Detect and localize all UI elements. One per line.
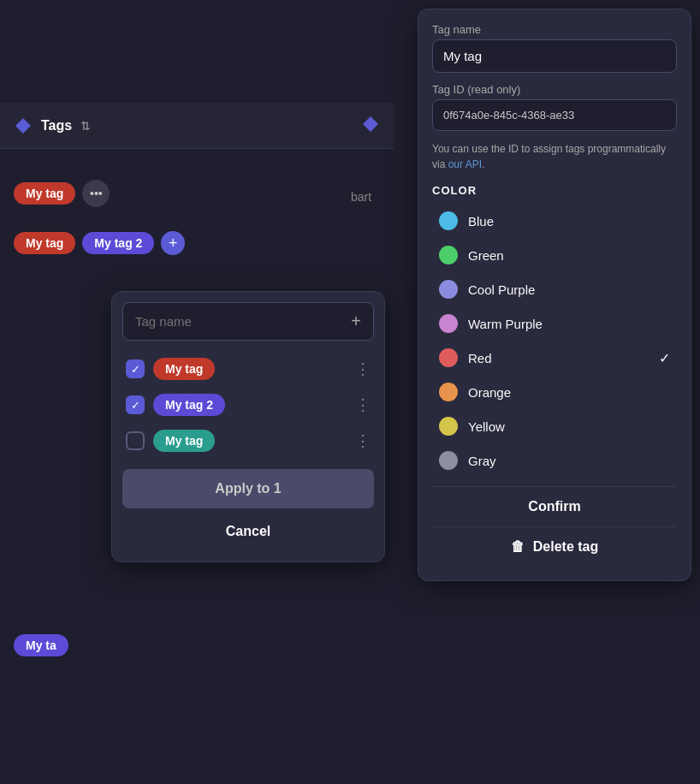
tag-item-dots-3[interactable]: ⋮ bbox=[355, 431, 371, 450]
bg-tag-bottom: My ta bbox=[14, 638, 68, 653]
color-name-yellow: Yellow bbox=[468, 419, 505, 434]
color-name-red: Red bbox=[468, 351, 492, 365]
tag-id-input bbox=[432, 99, 677, 131]
ellipsis-dots: ••• bbox=[90, 187, 103, 200]
api-hint-end: . bbox=[482, 158, 484, 170]
color-dot-blue bbox=[439, 211, 458, 230]
color-name-orange: Orange bbox=[468, 385, 511, 400]
tag-item-dots-1[interactable]: ⋮ bbox=[355, 359, 371, 378]
checkbox-3[interactable] bbox=[126, 431, 145, 450]
plus-icon: + bbox=[169, 235, 178, 252]
tag-id-field-group: Tag ID (read only) bbox=[432, 83, 677, 131]
color-item-cool-purple[interactable]: Cool Purple bbox=[432, 274, 677, 305]
checkbox-1[interactable] bbox=[126, 359, 145, 378]
tag-item-2[interactable]: My tag 2 ⋮ bbox=[122, 387, 374, 423]
color-dot-green bbox=[439, 246, 458, 264]
tag-item-dots-2[interactable]: ⋮ bbox=[355, 395, 371, 414]
tag-chip-3: My tag bbox=[153, 430, 215, 452]
tag-search-row: + bbox=[122, 302, 374, 341]
color-name-green: Green bbox=[468, 248, 504, 263]
tag-id-label: Tag ID (read only) bbox=[432, 83, 677, 96]
api-link[interactable]: our API bbox=[448, 158, 482, 170]
color-dot-yellow bbox=[439, 417, 458, 436]
add-tag-button[interactable]: + bbox=[161, 231, 185, 255]
bg-tag-chip-2: My tag bbox=[14, 232, 75, 254]
color-dot-orange bbox=[439, 383, 458, 401]
color-item-orange[interactable]: Orange bbox=[432, 377, 677, 407]
trash-icon: 🗑 bbox=[511, 539, 525, 555]
color-item-red[interactable]: Red✓ bbox=[432, 342, 677, 373]
tags-bar-title: Tags bbox=[41, 118, 72, 134]
apply-button[interactable]: Apply to 1 bbox=[122, 469, 374, 508]
checkbox-2[interactable] bbox=[126, 395, 145, 414]
color-dot-cool-purple bbox=[439, 280, 458, 299]
delete-tag-button[interactable]: 🗑 Delete tag bbox=[432, 526, 677, 567]
color-name-cool-purple: Cool Purple bbox=[468, 282, 535, 297]
color-dot-warm-purple bbox=[439, 314, 458, 333]
cancel-button[interactable]: Cancel bbox=[122, 512, 374, 551]
tag-search-input[interactable] bbox=[135, 314, 351, 329]
color-name-blue: Blue bbox=[468, 214, 494, 229]
chevron-icon: ⇅ bbox=[80, 119, 91, 133]
tag-item-1[interactable]: My tag ⋮ bbox=[122, 351, 374, 387]
tag-panel: + My tag ⋮ My tag 2 ⋮ My tag ⋮ Apply to … bbox=[111, 291, 385, 562]
confirm-button[interactable]: Confirm bbox=[432, 486, 677, 526]
color-name-gray: Gray bbox=[468, 454, 496, 468]
tags-bar: Tags ⇅ bbox=[0, 103, 394, 149]
color-list: BlueGreenCool PurpleWarm PurpleRed✓Orang… bbox=[432, 205, 677, 476]
tag-search-plus-icon[interactable]: + bbox=[351, 312, 361, 331]
delete-label: Delete tag bbox=[533, 539, 598, 555]
tag-name-label: Tag name bbox=[432, 23, 677, 36]
svg-marker-1 bbox=[363, 116, 378, 132]
color-selected-check: ✓ bbox=[659, 350, 670, 366]
color-item-warm-purple[interactable]: Warm Purple bbox=[432, 308, 677, 339]
svg-marker-0 bbox=[15, 118, 31, 134]
api-hint: You can use the ID to assign tags progra… bbox=[432, 141, 677, 172]
color-name-warm-purple: Warm Purple bbox=[468, 317, 543, 331]
tag-editor-panel: Tag name Tag ID (read only) You can use … bbox=[418, 9, 691, 581]
diamond-icon-left bbox=[14, 116, 33, 135]
color-section-label: COLOR bbox=[432, 184, 677, 197]
tag-name-input[interactable] bbox=[432, 39, 677, 73]
color-item-green[interactable]: Green bbox=[432, 240, 677, 270]
color-dot-gray bbox=[439, 451, 458, 470]
bg-tags-row-2: My tag My tag 2 + bbox=[14, 231, 185, 255]
color-dot-red bbox=[439, 348, 458, 367]
color-item-yellow[interactable]: Yellow bbox=[432, 411, 677, 442]
ellipsis-button[interactable]: ••• bbox=[82, 180, 110, 207]
tag-name-field-group: Tag name bbox=[432, 23, 677, 73]
bg-tag-chip-3: My tag 2 bbox=[82, 232, 154, 254]
bg-tag-chip-bottom: My ta bbox=[14, 634, 68, 656]
bg-user-text: bart bbox=[351, 190, 371, 204]
bg-tags-row-1: My tag ••• bbox=[14, 180, 110, 207]
tag-chip-2: My tag 2 bbox=[153, 394, 225, 416]
color-item-gray[interactable]: Gray bbox=[432, 445, 677, 476]
color-item-blue[interactable]: Blue bbox=[432, 205, 677, 236]
tags-bar-right-icon bbox=[361, 115, 380, 137]
bg-tag-chip-1: My tag bbox=[14, 182, 75, 205]
tag-chip-1: My tag bbox=[153, 358, 215, 380]
tag-item-3[interactable]: My tag ⋮ bbox=[122, 423, 374, 459]
